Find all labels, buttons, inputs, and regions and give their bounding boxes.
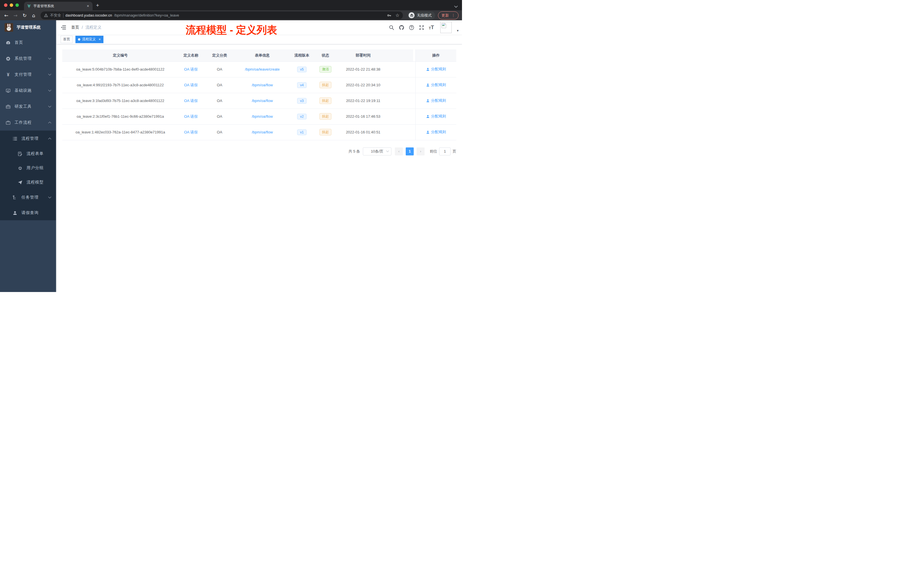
zoom-window-button[interactable] [15, 3, 19, 7]
new-tab-button[interactable]: + [96, 2, 99, 9]
col-form-info: 表单信息 [236, 49, 289, 61]
minimize-window-button[interactable] [10, 3, 13, 7]
prev-page-button[interactable]: ‹ [395, 147, 403, 155]
key-icon[interactable] [387, 13, 391, 18]
cell-deploy-time: 2022-01-22 20:34:10 [336, 77, 390, 93]
cell-definition-id: oa_leave:1:482ec033-762a-11ec-8477-a2380… [62, 124, 178, 140]
url-path: /bpm/manager/definition?key=oa_leave [114, 13, 179, 17]
url-host: dashboard.yudao.iocoder.cn [66, 13, 112, 17]
chevron-down-icon [48, 196, 51, 199]
user-solid-icon [426, 68, 430, 71]
font-size-icon[interactable]: TT [429, 25, 434, 30]
col-process-version: 流程版本 [289, 49, 315, 61]
tags-view: 首页 流程定义 × [56, 35, 462, 44]
sidebar-item-label: 流程管理 [21, 136, 39, 141]
assign-rule-link[interactable]: 分配规则 [426, 98, 446, 103]
assign-rule-link[interactable]: 分配规则 [426, 114, 446, 119]
sidebar: 芋道管理系统 首页 系统管理 ¥ 支付管理 基础设施 [0, 20, 56, 292]
form-link[interactable]: /bpm/oa/leave/create [245, 67, 279, 71]
cell-category: OA [203, 124, 236, 140]
col-deploy-time: 部署时间 [336, 49, 390, 61]
fullscreen-icon[interactable] [419, 25, 424, 30]
form-link[interactable]: /bpm/oa/flow [252, 130, 273, 134]
sidebar-item-label: 基础设施 [15, 88, 32, 93]
sidebar-item-label: 用户分组 [26, 165, 44, 171]
forward-button[interactable]: → [12, 13, 20, 18]
github-icon[interactable] [399, 25, 404, 30]
tag-close-icon[interactable]: × [99, 37, 101, 41]
sidebar-item-label: 首页 [15, 40, 23, 45]
form-link[interactable]: /bpm/oa/flow [252, 83, 273, 87]
close-window-button[interactable] [4, 3, 7, 7]
sidebar-item-process-management[interactable]: 流程管理 [0, 130, 56, 147]
page-content: 定义编号 定义名称 定义分类 表单信息 流程版本 状态 部署时间 操作 oa_l… [56, 44, 462, 292]
dashboard-icon [6, 40, 11, 45]
sidebar-item-label: 请假查询 [21, 210, 39, 215]
next-page-button[interactable]: › [417, 147, 424, 155]
sidebar-item-user-group[interactable]: 用户分组 [0, 161, 56, 175]
sidebar-item-label: 任务管理 [21, 195, 39, 200]
sidebar-item-process-model[interactable]: 流程模型 [0, 175, 56, 190]
pagination: 共 5 条 10条/页 ‹ 1 › 前往 页 [62, 147, 456, 155]
breadcrumb-home-link[interactable]: 首页 [71, 25, 79, 30]
sidebar-logo[interactable]: 芋道管理系统 [0, 20, 56, 35]
sidebar-item-payment[interactable]: ¥ 支付管理 [0, 66, 56, 82]
col-definition-name: 定义名称 [178, 49, 203, 61]
definition-name-link[interactable]: OA 请假 [184, 130, 198, 134]
definition-name-link[interactable]: OA 请假 [184, 83, 198, 87]
user-solid-icon [426, 115, 430, 118]
tag-process-definition[interactable]: 流程定义 × [76, 36, 104, 43]
search-icon[interactable] [389, 25, 394, 30]
sidebar-item-devtools[interactable]: 研发工具 [0, 99, 56, 115]
col-definition-id: 定义编号 [62, 49, 178, 61]
sidebar-item-leave-query[interactable]: 请假查询 [0, 205, 56, 220]
tab-close-icon[interactable]: × [86, 4, 90, 8]
browser-tab[interactable]: 芋道管理系统 × [24, 2, 92, 10]
chevron-down-icon [48, 106, 51, 108]
sidebar-item-infrastructure[interactable]: 基础设施 [0, 82, 56, 99]
sidebar-item-home[interactable]: 首页 [0, 35, 56, 51]
definition-name-link[interactable]: OA 请假 [184, 99, 198, 103]
address-bar[interactable]: 不安全 dashboard.yudao.iocoder.cn/bpm/manag… [41, 12, 403, 20]
sidebar-item-task-management[interactable]: 任务管理 [0, 190, 56, 205]
yen-icon: ¥ [6, 72, 11, 77]
cell-category: OA [203, 93, 236, 109]
page-unit-label: 页 [452, 149, 456, 154]
avatar-dropdown-caret-icon[interactable]: ▾ [457, 28, 459, 33]
status-badge: 挂起 [319, 97, 332, 104]
page-number-1[interactable]: 1 [406, 147, 414, 155]
form-pen-icon [18, 152, 23, 156]
sidebar-item-label: 工作流程 [15, 120, 32, 125]
goto-page-input[interactable] [439, 147, 450, 155]
sidebar-item-workflow[interactable]: 工作流程 [0, 115, 56, 130]
assign-rule-link[interactable]: 分配规则 [426, 129, 446, 135]
cell-deploy-time: 2022-01-22 19:19:11 [336, 93, 390, 109]
definition-name-link[interactable]: OA 请假 [184, 114, 198, 119]
page-size-select[interactable]: 10条/页 [363, 147, 391, 155]
sidebar-toggle-hamburger-icon[interactable] [61, 25, 66, 30]
assign-rule-link[interactable]: 分配规则 [426, 66, 446, 72]
cell-category: OA [203, 61, 236, 77]
form-link[interactable]: /bpm/oa/flow [252, 114, 273, 119]
user-avatar[interactable] [440, 22, 452, 33]
tag-home[interactable]: 首页 [61, 36, 73, 43]
help-icon[interactable] [409, 25, 414, 30]
form-link[interactable]: /bpm/oa/flow [252, 99, 273, 103]
reload-button[interactable]: ↻ [21, 13, 28, 18]
assign-rule-link[interactable]: 分配规则 [426, 82, 446, 87]
sidebar-item-system[interactable]: 系统管理 [0, 51, 56, 66]
app-title: 芋道管理系统 [16, 25, 41, 30]
home-button[interactable]: ⌂ [30, 13, 38, 18]
update-button[interactable]: 更新 ⋮ [438, 12, 459, 20]
breadcrumb-separator: / [82, 25, 83, 30]
tab-overflow-chevron-icon[interactable] [454, 5, 458, 8]
cell-deploy-time: 2022-01-16 01:40:51 [336, 124, 390, 140]
browser-toolbar: ← → ↻ ⌂ 不安全 dashboard.yudao.iocoder.cn/b… [0, 10, 462, 20]
definition-name-link[interactable]: OA 请假 [184, 67, 198, 71]
browser-menu-dots-icon[interactable]: ⋮ [451, 13, 455, 17]
back-button[interactable]: ← [2, 13, 10, 18]
cell-category: OA [203, 109, 236, 124]
bookmark-star-icon[interactable]: ☆ [396, 13, 399, 18]
sidebar-item-process-form[interactable]: 流程表单 [0, 147, 56, 161]
status-badge: 挂起 [319, 129, 332, 135]
